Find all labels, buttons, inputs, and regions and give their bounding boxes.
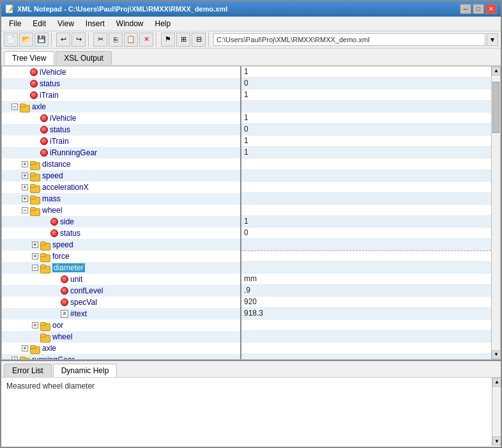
tree-node-iTrain-2[interactable]: iTrain xyxy=(2,135,240,147)
tab-error-list[interactable]: Error List xyxy=(4,364,52,377)
new-button[interactable]: 📄 xyxy=(4,33,18,47)
tree-node-axle-2[interactable]: + axle xyxy=(2,343,240,354)
tree-node-runningGear[interactable]: + runningGear xyxy=(2,354,240,359)
force-expander[interactable]: + xyxy=(30,251,40,261)
node-label-iRunningGear[interactable]: iRunningGear xyxy=(50,148,97,157)
tree-node-mass[interactable]: + mass xyxy=(2,193,240,205)
node-label-status-2[interactable]: status xyxy=(50,125,70,134)
tree-panel[interactable]: iVehicle status iTrain − xyxy=(2,66,241,359)
values-scroll[interactable]: 1 0 1 1 0 1 1 xyxy=(241,66,491,359)
menu-view[interactable]: View xyxy=(52,18,79,29)
node-label-status-3[interactable]: status xyxy=(60,229,80,238)
main-scrollbar[interactable]: ▲ ▼ xyxy=(491,66,500,359)
close-button[interactable]: ✕ xyxy=(485,4,497,14)
node-label-iVehicle-2[interactable]: iVehicle xyxy=(50,114,76,123)
undo-button[interactable]: ↩ xyxy=(56,33,70,47)
tree-node-status-1[interactable]: status xyxy=(2,78,240,89)
save-button[interactable]: 💾 xyxy=(34,33,49,47)
expand-all-button[interactable]: ⊞ xyxy=(176,33,190,47)
node-label-side[interactable]: side xyxy=(60,217,74,226)
tree-node-accelerationX[interactable]: + accelerationX xyxy=(2,182,240,193)
tab-xsl-output[interactable]: XSL Output xyxy=(56,51,112,65)
node-label-speed-2[interactable]: speed xyxy=(52,240,73,249)
node-label-force[interactable]: force xyxy=(52,252,70,261)
node-label-speed-1[interactable]: speed xyxy=(42,171,63,180)
node-label-distance[interactable]: distance xyxy=(42,160,71,169)
xml-icon-btn[interactable]: ⚑ xyxy=(161,33,175,47)
oor-expander[interactable]: + xyxy=(30,320,40,330)
node-label-unit[interactable]: unit xyxy=(70,275,82,284)
menu-file[interactable]: File xyxy=(4,18,26,29)
open-button[interactable]: 📂 xyxy=(19,33,33,47)
accelerationX-expander[interactable]: + xyxy=(20,182,30,192)
collapse-all-button[interactable]: ⊟ xyxy=(192,33,206,47)
runningGear-expander[interactable]: + xyxy=(10,355,20,359)
tree-node-iVehicle-1[interactable]: iVehicle xyxy=(2,66,240,78)
tab-tree-view[interactable]: Tree View xyxy=(4,51,54,65)
node-label-axle[interactable]: axle xyxy=(32,102,46,111)
axle2-expander[interactable]: + xyxy=(20,343,30,353)
delete-button[interactable]: ✕ xyxy=(139,33,153,47)
bottom-scrollbar[interactable]: ▲ ▼ xyxy=(492,378,501,445)
tree-node-iRunningGear[interactable]: iRunningGear xyxy=(2,147,240,158)
node-label-runningGear[interactable]: runningGear xyxy=(32,355,75,359)
path-dropdown[interactable]: ▾ xyxy=(487,33,498,46)
tree-node-status-2[interactable]: status xyxy=(2,124,240,135)
tree-node-oor[interactable]: + oor xyxy=(2,320,240,331)
scroll-up-arrow[interactable]: ▲ xyxy=(492,66,501,75)
tree-node-iTrain-1[interactable]: iTrain xyxy=(2,89,240,101)
minimize-button[interactable]: ─ xyxy=(460,4,471,14)
tree-node-wheel-1[interactable]: − wheel xyxy=(2,205,240,216)
distance-expander[interactable]: + xyxy=(20,159,30,169)
node-label-oor[interactable]: oor xyxy=(52,321,63,330)
scroll-down-arrow[interactable]: ▼ xyxy=(492,350,501,359)
node-label-text[interactable]: #text xyxy=(70,309,87,318)
scroll-thumb[interactable] xyxy=(492,82,499,133)
redo-button[interactable]: ↪ xyxy=(72,33,86,47)
tree-node-distance[interactable]: + distance xyxy=(2,158,240,170)
tree-node-speed-2[interactable]: + speed xyxy=(2,239,240,251)
tree-node-speed-1[interactable]: + speed xyxy=(2,170,240,182)
copy-button[interactable]: ⎘ xyxy=(109,33,123,47)
speed1-expander[interactable]: + xyxy=(20,171,30,181)
node-label-wheel-1[interactable]: wheel xyxy=(42,206,62,215)
scroll-track[interactable] xyxy=(492,75,500,350)
bottom-scroll-track[interactable] xyxy=(492,387,501,436)
node-label-confLevel[interactable]: confLevel xyxy=(70,286,103,295)
bottom-scroll-down[interactable]: ▼ xyxy=(492,436,501,445)
menu-edit[interactable]: Edit xyxy=(27,18,51,29)
node-label-diameter[interactable]: diameter xyxy=(52,263,85,272)
node-label-status-1[interactable]: status xyxy=(40,79,60,88)
wheel1-expander[interactable]: − xyxy=(20,205,30,215)
tree-node-side[interactable]: side xyxy=(2,216,240,228)
node-label-iTrain-1[interactable]: iTrain xyxy=(40,91,59,100)
tree-node-force[interactable]: + force xyxy=(2,251,240,262)
tree-node-diameter[interactable]: − diameter xyxy=(2,262,240,274)
tree-node-axle[interactable]: − axle xyxy=(2,101,240,112)
tree-node-unit[interactable]: unit xyxy=(2,274,240,285)
paste-button[interactable]: 📋 xyxy=(124,33,138,47)
bottom-scroll-up[interactable]: ▲ xyxy=(492,378,501,387)
tree-node-confLevel[interactable]: confLevel xyxy=(2,285,240,297)
cut-button[interactable]: ✂ xyxy=(93,33,107,47)
tree-node-wheel-2[interactable]: wheel xyxy=(2,331,240,343)
tab-dynamic-help[interactable]: Dynamic Help xyxy=(53,364,118,377)
tree-node-text[interactable]: # #text xyxy=(2,308,240,320)
node-label-mass[interactable]: mass xyxy=(42,194,61,203)
speed2-expander[interactable]: + xyxy=(30,240,40,250)
menu-help[interactable]: Help xyxy=(150,18,176,29)
node-label-accelerationX[interactable]: accelerationX xyxy=(42,183,89,192)
menu-insert[interactable]: Insert xyxy=(80,18,110,29)
menu-window[interactable]: Window xyxy=(111,18,149,29)
node-label-iTrain-2[interactable]: iTrain xyxy=(50,137,69,146)
mass-expander[interactable]: + xyxy=(20,194,30,204)
tree-node-iVehicle-2[interactable]: iVehicle xyxy=(2,112,240,124)
axle-expander[interactable]: − xyxy=(10,102,20,112)
maximize-button[interactable]: □ xyxy=(473,4,484,14)
node-label-axle-2[interactable]: axle xyxy=(42,344,56,353)
tree-scroll-area[interactable]: iVehicle status iTrain − xyxy=(2,66,240,359)
node-label-wheel-2[interactable]: wheel xyxy=(52,332,72,341)
diameter-expander[interactable]: − xyxy=(30,263,40,273)
node-label-iVehicle-1[interactable]: iVehicle xyxy=(40,68,66,77)
tree-node-specVal[interactable]: specVal xyxy=(2,297,240,308)
